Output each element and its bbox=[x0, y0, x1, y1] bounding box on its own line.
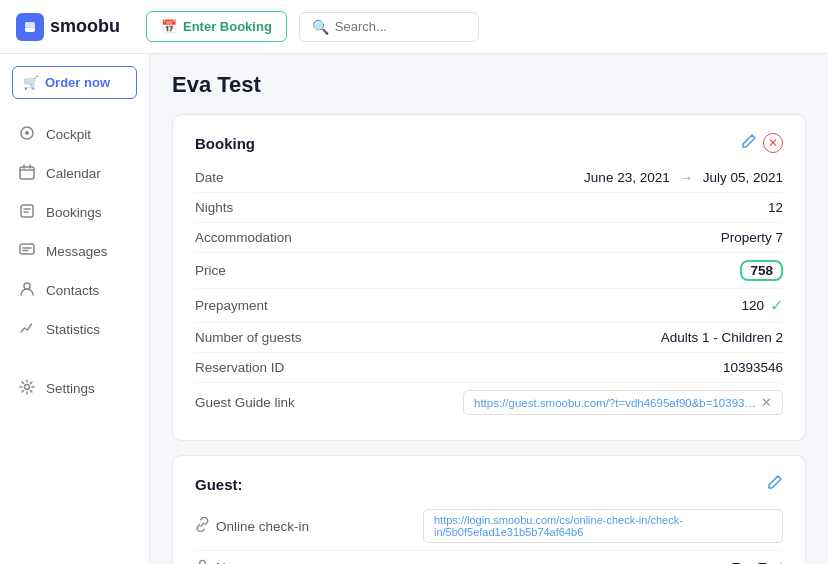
name-label: Name bbox=[195, 558, 252, 564]
accommodation-label: Accommodation bbox=[195, 230, 292, 245]
contacts-icon bbox=[18, 281, 36, 300]
table-row: Guest Guide link https://guest.smoobu.co… bbox=[195, 383, 783, 422]
clear-guest-link-button[interactable]: ✕ bbox=[761, 395, 772, 410]
sidebar: 🛒 Order now Cockpit Calendar Bookings bbox=[0, 54, 150, 564]
guests-value: Adults 1 - Children 2 bbox=[661, 330, 783, 345]
search-icon: 🔍 bbox=[312, 19, 329, 35]
reservation-label: Reservation ID bbox=[195, 360, 284, 375]
enter-booking-button[interactable]: 📅 Enter Booking bbox=[146, 11, 287, 42]
date-value: June 23, 2021 → July 05, 2021 bbox=[584, 170, 783, 185]
table-row: Date June 23, 2021 → July 05, 2021 bbox=[195, 163, 783, 193]
main-content: Eva Test Booking ✕ Date June 23, 2021 → … bbox=[150, 54, 828, 564]
messages-icon bbox=[18, 242, 36, 261]
nights-value: 12 bbox=[768, 200, 783, 215]
sidebar-item-bookings[interactable]: Bookings bbox=[0, 193, 149, 232]
svg-rect-3 bbox=[21, 205, 33, 217]
top-nav: smoobu 📅 Enter Booking 🔍 bbox=[0, 0, 828, 54]
svg-point-6 bbox=[25, 385, 30, 390]
name-value: Eva Test bbox=[731, 560, 783, 565]
guest-guide-url: https://guest.smoobu.com/?t=vdh4695af90&… bbox=[474, 397, 761, 409]
search-input[interactable] bbox=[335, 19, 475, 34]
cockpit-icon bbox=[18, 125, 36, 144]
table-row: Number of guests Adults 1 - Children 2 bbox=[195, 323, 783, 353]
edit-booking-icon[interactable] bbox=[741, 133, 757, 153]
edit-guest-icon[interactable] bbox=[767, 474, 783, 494]
check-icon: ✓ bbox=[770, 296, 783, 315]
guest-guide-link-field: https://guest.smoobu.com/?t=vdh4695af90&… bbox=[463, 390, 783, 415]
svg-point-5 bbox=[24, 283, 30, 289]
prepayment-value: 120 ✓ bbox=[741, 296, 783, 315]
sidebar-item-statistics[interactable]: Statistics bbox=[0, 310, 149, 349]
bookings-icon bbox=[18, 203, 36, 222]
search-bar: 🔍 bbox=[299, 12, 479, 42]
svg-rect-4 bbox=[20, 244, 34, 254]
calendar-nav-icon bbox=[18, 164, 36, 183]
guest-card: Guest: Online check-in https://login.smo… bbox=[172, 455, 806, 564]
table-row: Accommodation Property 7 bbox=[195, 223, 783, 253]
online-checkin-label: Online check-in bbox=[195, 517, 309, 535]
booking-card: Booking ✕ Date June 23, 2021 → July 05, … bbox=[172, 114, 806, 441]
page-title: Eva Test bbox=[172, 72, 806, 98]
guests-label: Number of guests bbox=[195, 330, 302, 345]
svg-point-1 bbox=[25, 131, 29, 135]
date-label: Date bbox=[195, 170, 224, 185]
price-label: Price bbox=[195, 263, 226, 278]
online-checkin-link-field: https://login.smoobu.com/cs/online-check… bbox=[423, 509, 783, 543]
order-now-button[interactable]: 🛒 Order now bbox=[12, 66, 137, 99]
price-amount: 758 bbox=[740, 260, 783, 281]
close-booking-icon[interactable]: ✕ bbox=[763, 133, 783, 153]
nights-label: Nights bbox=[195, 200, 233, 215]
table-row: Nights 12 bbox=[195, 193, 783, 223]
settings-icon bbox=[18, 379, 36, 398]
svg-point-7 bbox=[200, 560, 206, 564]
booking-card-header: Booking ✕ bbox=[195, 133, 783, 153]
accommodation-value: Property 7 bbox=[721, 230, 783, 245]
sidebar-item-calendar[interactable]: Calendar bbox=[0, 154, 149, 193]
sidebar-item-messages[interactable]: Messages bbox=[0, 232, 149, 271]
guest-card-title: Guest: bbox=[195, 476, 243, 493]
reservation-value: 10393546 bbox=[723, 360, 783, 375]
table-row: Prepayment 120 ✓ bbox=[195, 289, 783, 323]
table-row: Online check-in https://login.smoobu.com… bbox=[195, 502, 783, 551]
svg-rect-2 bbox=[20, 167, 34, 179]
price-value: 758 bbox=[740, 260, 783, 281]
person-icon bbox=[195, 558, 210, 564]
guest-card-header: Guest: bbox=[195, 474, 783, 494]
sidebar-item-contacts[interactable]: Contacts bbox=[0, 271, 149, 310]
statistics-icon bbox=[18, 320, 36, 339]
logo-icon bbox=[16, 13, 44, 41]
main-layout: 🛒 Order now Cockpit Calendar Bookings bbox=[0, 54, 828, 564]
table-row: Price 758 bbox=[195, 253, 783, 289]
sidebar-item-settings[interactable]: Settings bbox=[0, 369, 149, 408]
app-name: smoobu bbox=[50, 16, 120, 37]
cart-icon: 🛒 bbox=[23, 75, 39, 90]
sidebar-item-cockpit[interactable]: Cockpit bbox=[0, 115, 149, 154]
table-row: Reservation ID 10393546 bbox=[195, 353, 783, 383]
link-icon bbox=[195, 517, 210, 535]
booking-card-actions: ✕ bbox=[741, 133, 783, 153]
logo: smoobu bbox=[16, 13, 146, 41]
online-checkin-url: https://login.smoobu.com/cs/online-check… bbox=[434, 514, 683, 538]
guest-guide-label: Guest Guide link bbox=[195, 395, 295, 410]
arrow-right-icon: → bbox=[680, 170, 693, 185]
table-row: Name Eva Test bbox=[195, 551, 783, 564]
calendar-icon: 📅 bbox=[161, 19, 177, 34]
prepayment-label: Prepayment bbox=[195, 298, 268, 313]
booking-card-title: Booking bbox=[195, 135, 255, 152]
